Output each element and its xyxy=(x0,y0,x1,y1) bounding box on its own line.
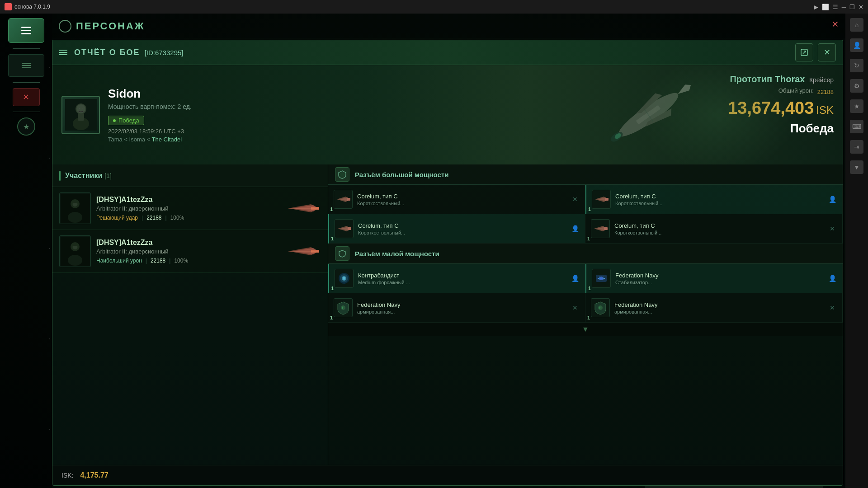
modal-header: ОТЧЁТ О БОЕ [ID:6733295] ✕ xyxy=(52,40,843,65)
bs-icon-filter[interactable]: ▼ xyxy=(850,160,863,174)
bs-icon-star[interactable]: ★ xyxy=(850,99,863,113)
item-person-icon-4[interactable]: 👤 xyxy=(828,274,837,283)
equipment-item-5[interactable]: 1 Контрабандист Me xyxy=(328,264,585,293)
game-left-sidebar: ✕ ★ xyxy=(0,14,52,488)
window-btn[interactable]: ⬜ xyxy=(822,4,829,10)
bottom-isk-value: 4,175.77 xyxy=(80,471,108,479)
equipment-item-3[interactable]: 1 Corelum, тип С Короткоствольный.. xyxy=(328,214,585,244)
play-btn[interactable]: ▶ xyxy=(814,4,818,10)
item-icon-4 xyxy=(591,219,610,238)
equipment-item-2[interactable]: 1 Corelum, тип С Короткоствольный.. xyxy=(585,185,843,214)
bottom-label: ISK: xyxy=(61,472,73,479)
battle-location: Tama < Isoma < The Citadel xyxy=(108,136,834,143)
bs-icon-settings[interactable]: ⚙ xyxy=(850,79,863,93)
bs-icon-person[interactable]: 👤 xyxy=(850,38,863,52)
svg-rect-11 xyxy=(636,105,661,125)
participant-info-1: [DHSY]A1tezZza Arbitrator II: диверсионн… xyxy=(96,196,279,221)
participants-header: Участники [1] xyxy=(52,164,328,187)
gun-icon-4 xyxy=(592,221,609,237)
item-person-icon[interactable]: 👤 xyxy=(828,195,837,204)
item-person-icon-2[interactable]: 👤 xyxy=(571,224,580,233)
participants-count: [1] xyxy=(104,172,112,179)
bs-icon-refresh[interactable]: ↻ xyxy=(850,59,863,72)
bs-icon-keyboard[interactable]: ⌨ xyxy=(850,120,863,133)
sidebar-star-icon[interactable]: ★ xyxy=(17,117,35,136)
equipment-item-8[interactable]: 1 + Federation Navy армированная... xyxy=(585,293,843,323)
participant-ship-1: Arbitrator II: диверсионный xyxy=(96,205,279,212)
page-title: ПЕРСОНАЖ xyxy=(76,20,145,32)
participant-info-2: [DHSY]A1tezZza Arbitrator II: диверсионн… xyxy=(96,239,279,264)
isk-amount: 13,674,403 xyxy=(728,99,814,118)
svg-point-35 xyxy=(343,277,345,280)
globe-icon xyxy=(59,20,71,33)
afterburner-icon xyxy=(336,270,352,286)
stat-damage-2: 22188 xyxy=(151,258,165,264)
equipment-item-6[interactable]: 1 Federation Na xyxy=(585,264,843,293)
game-area: ✕ ★ ПЕРСОНАЖ × Tab ОТЧЁТ О БОЕ [ID:67332… xyxy=(0,14,845,488)
weapon-icon-1 xyxy=(286,201,320,216)
low-power-grid: 1 Контрабандист Me xyxy=(328,264,843,323)
svg-text:+: + xyxy=(341,305,344,310)
sidebar-separator-3 xyxy=(13,112,40,112)
restore-btn[interactable]: ❐ xyxy=(849,4,855,10)
item-info-4: Corelum, тип С Короткоствольный... xyxy=(614,222,823,235)
sidebar-close-button[interactable]: ✕ xyxy=(13,88,40,106)
item-close-icon-3[interactable]: ✕ xyxy=(571,303,580,312)
svg-rect-5 xyxy=(78,113,84,121)
participant-weapon-1 xyxy=(285,199,321,217)
item-close-icon-2[interactable]: ✕ xyxy=(828,224,837,233)
avatar-image xyxy=(65,99,97,131)
participant-name-1: [DHSY]A1tezZza xyxy=(96,196,279,204)
participant-ship-2: Arbitrator II: диверсионный xyxy=(96,248,279,255)
item-count-5: 1 xyxy=(331,286,334,291)
equipment-item[interactable]: 1 Corelum, тип С Короткоствольный.. xyxy=(328,185,585,214)
minimize-btn[interactable]: ─ xyxy=(842,4,846,10)
ship-name: Прототип Thorax xyxy=(730,74,805,84)
item-info-2: Corelum, тип С Короткоствольный... xyxy=(615,193,823,206)
bs-icon-home[interactable]: ⌂ xyxy=(850,18,863,32)
svg-rect-28 xyxy=(348,227,351,230)
close-btn[interactable]: ✕ xyxy=(859,4,863,10)
location-part-1: Tama < Isoma < xyxy=(108,136,152,143)
participant-card[interactable]: [DHSY]A1tezZza Arbitrator II: диверсионн… xyxy=(52,187,328,230)
isk-unit: ISK xyxy=(816,104,834,117)
high-power-grid: 1 Corelum, тип С Короткоствольный.. xyxy=(328,185,843,244)
item-subname-4: Короткоствольный... xyxy=(614,230,823,235)
item-info: Corelum, тип С Короткоствольный... xyxy=(357,193,566,206)
damage-value: 22188 xyxy=(817,89,834,95)
location-citadel: The Citadel xyxy=(152,136,182,143)
equipment-item-7[interactable]: 1 + Federation Navy армированная... xyxy=(328,293,585,323)
item-info-7: Federation Navy армированная... xyxy=(357,301,566,314)
item-subname-5: Medium форсажный ... xyxy=(358,280,566,285)
item-close-icon-4[interactable]: ✕ xyxy=(828,303,837,312)
game-close-button[interactable]: × xyxy=(832,17,839,31)
participant-avatar-img-1 xyxy=(61,194,90,223)
menu-btn[interactable]: ☰ xyxy=(833,4,838,10)
svg-rect-30 xyxy=(604,227,608,230)
participants-title: Участники xyxy=(65,172,102,180)
item-count: 1 xyxy=(330,206,333,212)
victory-text: Победа xyxy=(118,117,139,124)
gun-icon-3 xyxy=(336,221,352,237)
participants-panel: Участники [1] [DHSY]A1tezZza xyxy=(52,164,328,465)
equipment-item-4[interactable]: 1 Corelum, тип С Короткоствольный.. xyxy=(585,214,843,244)
participant-stats-1: Решающий удар | 22188 | 100% xyxy=(96,215,279,221)
export-button[interactable] xyxy=(795,43,813,61)
weapon-icon-2 xyxy=(286,244,320,259)
menu-button[interactable] xyxy=(8,18,44,43)
game-top-nav: ПЕРСОНАЖ xyxy=(52,14,845,38)
item-close-icon[interactable]: ✕ xyxy=(571,195,580,204)
slot-badge-low xyxy=(335,246,349,261)
item-person-icon-3[interactable]: 👤 xyxy=(571,274,580,283)
modal-close-button[interactable]: ✕ xyxy=(818,43,836,61)
battle-time: 2022/02/03 18:59:26 UTC +3 xyxy=(108,128,834,135)
participant-card-2[interactable]: [DHSY]A1tezZza Arbitrator II: диверсионн… xyxy=(52,230,328,273)
modal-menu-icon[interactable] xyxy=(59,50,67,55)
item-subname-3: Короткоствольный... xyxy=(358,230,566,235)
item-name-7: Federation Navy xyxy=(357,301,566,308)
bs-icon-tab[interactable]: ⇥ xyxy=(850,140,863,154)
sidebar-nav-menu[interactable] xyxy=(8,54,44,77)
stabilizer-icon xyxy=(593,270,609,286)
item-name-4: Corelum, тип С xyxy=(614,222,823,229)
export-icon xyxy=(800,48,808,56)
